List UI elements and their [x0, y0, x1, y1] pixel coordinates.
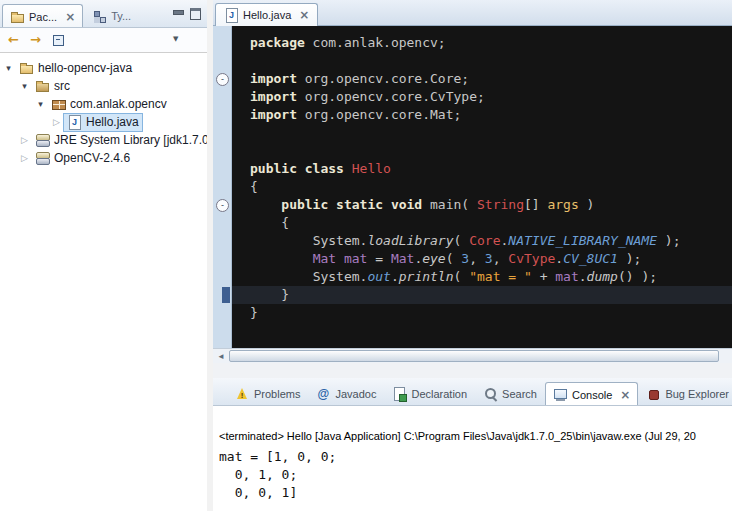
package-tree: ▾hello-opencv-java▾src▾com.anlak.opencv▷…	[0, 53, 207, 511]
tree-item-jre-system-library-jdk1-7-0[interactable]: ▷JRE System Library [jdk1.7.0	[0, 131, 207, 149]
close-icon[interactable]	[299, 9, 309, 21]
editor-hscrollbar[interactable]	[213, 348, 732, 363]
code-line[interactable]: System.out.println( "mat = " + mat.dump(…	[250, 268, 732, 286]
tree-item-hello-opencv-java[interactable]: ▾hello-opencv-java	[0, 59, 207, 77]
expander-icon[interactable]: ▷	[18, 135, 31, 145]
bottom-panel: ProblemsJavadocDeclarationSearchConsoleB…	[213, 378, 732, 511]
tab-pac[interactable]: Pac...	[2, 4, 83, 28]
tree-item-opencv-2-4-6[interactable]: ▷OpenCV-2.4.6	[0, 149, 207, 167]
tree-item-label: com.anlak.opencv	[70, 97, 167, 111]
search-icon	[483, 387, 498, 401]
expander-icon[interactable]: ▾	[2, 63, 15, 73]
code-token: mat	[555, 269, 578, 284]
close-icon[interactable]	[65, 11, 75, 23]
bottom-tabbar: ProblemsJavadocDeclarationSearchConsoleB…	[213, 378, 732, 406]
expander-icon[interactable]: ▾	[18, 81, 31, 91]
tab-console[interactable]: Console	[545, 382, 638, 406]
back-icon[interactable]	[6, 31, 24, 49]
code-token: .	[391, 269, 399, 284]
console-output[interactable]: mat = [1, 0, 0; 0, 1, 0; 0, 0, 1]	[219, 448, 732, 502]
tree-item-src[interactable]: ▾src	[0, 77, 207, 95]
code-line[interactable]	[250, 124, 732, 142]
code-token: com.anlak.opencv;	[305, 35, 446, 50]
code-line[interactable]: import org.opencv.core.Mat;	[250, 106, 732, 124]
maximize-view-icon[interactable]	[188, 7, 203, 20]
code-token: =	[367, 251, 390, 266]
console-icon	[553, 388, 568, 402]
tab-search[interactable]: Search	[475, 382, 545, 405]
src-folder-icon	[35, 79, 50, 93]
code-token: import	[250, 107, 297, 122]
console-line: mat = [1, 0, 0;	[219, 448, 732, 466]
editor-body: -- package com.anlak.opencv;import org.o…	[213, 26, 732, 348]
tab-label: Javadoc	[335, 388, 376, 400]
tree-item-com-anlak-opencv[interactable]: ▾com.anlak.opencv	[0, 95, 207, 113]
tab-bug-explorer[interactable]: Bug Explorer	[638, 382, 732, 405]
expander-icon[interactable]: ▷	[18, 153, 31, 163]
code-token: () );	[618, 269, 657, 284]
code-token: Mat	[313, 251, 336, 266]
package-explorer-icon	[10, 10, 25, 24]
tree-item-body: Hello.java	[63, 113, 143, 132]
bug-icon	[646, 387, 661, 401]
code-token	[336, 251, 344, 266]
code-line[interactable]: }	[250, 304, 732, 322]
package-icon	[51, 97, 66, 111]
eclipse-workbench: Pac...Ty... ▾hello-opencv-java▾src▾com.a…	[0, 0, 732, 511]
expander-icon[interactable]: ▷	[50, 117, 63, 127]
left-toolbar	[0, 28, 207, 53]
code-token: {	[250, 179, 258, 194]
code-line[interactable]	[250, 142, 732, 160]
tab-problems[interactable]: Problems	[227, 382, 308, 405]
code-token: NATIVE_LIBRARY_NAME	[508, 233, 657, 248]
code-line[interactable]: Mat mat = Mat.eye( 3, 3, CvType.CV_8UC1 …	[250, 250, 732, 268]
code-line[interactable]: public class Hello	[250, 160, 732, 178]
code-token: System.	[313, 269, 368, 284]
console-view: <terminated> Hello [Java Application] C:…	[213, 406, 732, 511]
code-line[interactable]: {	[250, 178, 732, 196]
fold-collapse-icon[interactable]: -	[216, 73, 229, 86]
console-line: 0, 1, 0;	[219, 466, 732, 484]
code-line[interactable]	[250, 52, 732, 70]
tab-ty[interactable]: Ty...	[84, 4, 139, 27]
tree-item-body: hello-opencv-java	[15, 59, 136, 78]
fold-collapse-icon[interactable]: -	[216, 199, 229, 212]
type-hierarchy-icon	[92, 9, 107, 23]
collapse-all-icon[interactable]	[50, 31, 68, 49]
scrollbar-thumb[interactable]	[229, 350, 719, 362]
close-icon[interactable]	[620, 389, 630, 401]
package-explorer-panel: Pac...Ty... ▾hello-opencv-java▾src▾com.a…	[0, 0, 207, 511]
annotation-ruler[interactable]: --	[213, 26, 232, 348]
code-line[interactable]: import org.opencv.core.Core;	[250, 70, 732, 88]
code-token: main(	[422, 197, 477, 212]
code-token: loadLibrary	[367, 233, 453, 248]
code-line[interactable]: {	[250, 214, 732, 232]
tree-item-label: OpenCV-2.4.6	[54, 151, 130, 165]
expander-icon[interactable]: ▾	[34, 99, 47, 109]
tree-item-label: JRE System Library [jdk1.7.0	[54, 133, 207, 147]
tree-item-hello-java[interactable]: ▷Hello.java	[0, 113, 207, 131]
forward-icon[interactable]	[28, 31, 46, 49]
horizontal-sash[interactable]	[213, 363, 732, 378]
tab-declaration[interactable]: Declaration	[384, 382, 475, 405]
code-line[interactable]: public static void main( String[] args )	[250, 196, 732, 214]
code-line[interactable]: }	[232, 286, 732, 304]
code-token: "mat = "	[469, 269, 532, 284]
tree-item-body: src	[31, 77, 74, 96]
scroll-left-icon[interactable]	[213, 350, 229, 363]
code-line[interactable]: import org.opencv.core.CvType;	[250, 88, 732, 106]
code-area[interactable]: package com.anlak.opencv;import org.open…	[232, 26, 732, 348]
code-token: public static void	[281, 197, 422, 212]
code-line[interactable]: package com.anlak.opencv;	[250, 34, 732, 52]
code-line[interactable]: System.loadLibrary( Core.NATIVE_LIBRARY_…	[250, 232, 732, 250]
tab-hello-java[interactable]: Hello.java	[215, 3, 318, 26]
minimize-view-icon[interactable]	[171, 7, 186, 20]
tree-item-label: Hello.java	[86, 115, 139, 129]
editor-tab-label: Hello.java	[243, 9, 291, 21]
scrollbar-track[interactable]	[229, 349, 732, 363]
link-with-editor-icon[interactable]	[72, 31, 90, 49]
code-token: (	[446, 251, 462, 266]
library-icon	[35, 151, 50, 165]
tab-javadoc[interactable]: Javadoc	[308, 382, 384, 405]
view-menu-icon[interactable]	[169, 31, 187, 49]
